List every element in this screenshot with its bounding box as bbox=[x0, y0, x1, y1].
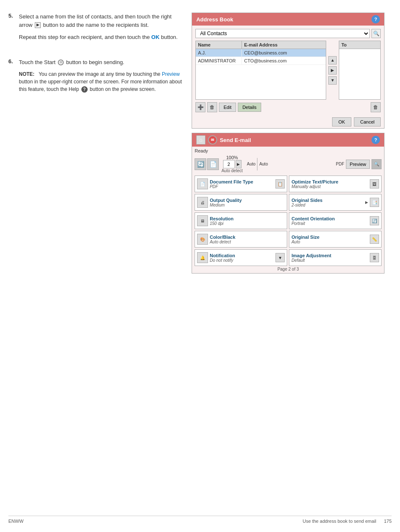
original-size-value: Auto bbox=[291, 240, 368, 244]
add-right-icon: ▶ bbox=[331, 68, 334, 72]
col-email-header: E-mail Address bbox=[242, 41, 326, 49]
image-adjustment-side-icon[interactable]: 🎛 bbox=[370, 253, 379, 262]
contact-row-aj[interactable]: A.J. CEO@business.com bbox=[196, 49, 326, 57]
setting-original-sides-text: Original Sides 2-sided bbox=[291, 198, 364, 207]
setting-output-quality[interactable]: 🖨 Output Quality Medium bbox=[195, 194, 287, 211]
setting-image-adjustment[interactable]: Image Adjustment Default 🎛 bbox=[289, 249, 382, 266]
setting-resolution[interactable]: 🖥 Resolution 150 dpi bbox=[195, 212, 287, 229]
send-email-title: Send E-mail bbox=[220, 137, 251, 143]
image-adjustment-label: Image Adjustment bbox=[291, 253, 368, 258]
step-6-text: Touch the Start ⊙ button to begin sendin… bbox=[19, 58, 183, 67]
resolution-icon: 🖥 bbox=[197, 215, 208, 226]
step-6-number: 6. bbox=[8, 58, 19, 98]
scroll-down-button[interactable]: ▼ bbox=[328, 76, 337, 85]
trash-icon: 🗑 bbox=[373, 104, 378, 110]
cancel-button[interactable]: Cancel bbox=[354, 117, 381, 127]
document-icon[interactable]: 📄 bbox=[207, 158, 219, 170]
step-5: 5. Select a name from the list of contac… bbox=[8, 13, 183, 46]
optimize-side-icon[interactable]: 🖼 bbox=[370, 179, 379, 189]
setting-original-sides[interactable]: Original Sides 2-sided ▶ 📑 bbox=[289, 194, 382, 211]
ready-text: Ready bbox=[195, 148, 382, 153]
scan-button[interactable]: 🔄 bbox=[195, 158, 206, 170]
preview-button[interactable]: Preview bbox=[346, 160, 370, 169]
copies-input[interactable] bbox=[223, 160, 235, 168]
send-email-titlebar: ⌂ ✉ Send E-mail ? bbox=[192, 133, 384, 147]
add-contact-icon: ➕ bbox=[197, 104, 204, 110]
address-book-help-button[interactable]: ? bbox=[371, 15, 380, 23]
setting-resolution-text: Resolution 150 dpi bbox=[210, 216, 285, 226]
contact-name-admin: ADMINISTRATOR bbox=[196, 57, 242, 65]
footer-left: ENWW bbox=[8, 519, 23, 524]
to-body bbox=[339, 49, 380, 99]
dialog-bottom-toolbar: ➕ 🗑 Edit Details 🗑 bbox=[195, 102, 381, 112]
delete-contact-button[interactable]: 🗑 bbox=[207, 102, 217, 112]
page-indicator: Page 2 of 3 bbox=[195, 267, 382, 271]
scan-icon-symbol: 🔄 bbox=[197, 161, 204, 168]
resolution-row: 🖥 Resolution 150 dpi bbox=[195, 212, 287, 229]
contacts-empty-area bbox=[196, 65, 326, 98]
setting-doc-file-type[interactable]: 📄 Document File Type PDF 📋 bbox=[195, 176, 287, 192]
preview-thumbnail[interactable]: 🔍 bbox=[371, 159, 382, 169]
home-button[interactable]: ⌂ bbox=[196, 135, 205, 145]
doc-file-type-icon: 📄 bbox=[197, 178, 208, 189]
contacts-table-header: Name E-mail Address bbox=[196, 41, 326, 49]
step-5-text: Select a name from the list of contacts,… bbox=[19, 13, 183, 29]
vertical-divider bbox=[257, 158, 257, 170]
step-6: 6. Touch the Start ⊙ button to begin sen… bbox=[8, 58, 183, 98]
contact-row-admin[interactable]: ADMINISTRATOR CTO@business.com bbox=[196, 57, 326, 65]
setting-notification[interactable]: 🔔 Notification Do not notify ▼ bbox=[195, 249, 287, 266]
resolution-label: Resolution bbox=[210, 216, 285, 221]
ok-button[interactable]: OK bbox=[332, 117, 351, 127]
doc-file-type-side-icon[interactable]: 📋 bbox=[275, 179, 285, 189]
doc-file-type-value: PDF bbox=[210, 184, 274, 189]
send-email-title-left: ⌂ ✉ Send E-mail bbox=[196, 135, 251, 145]
copies-pct: 100% bbox=[226, 155, 238, 160]
auto-detect-label: Auto detect bbox=[221, 168, 243, 173]
setting-output-quality-text: Output Quality Medium bbox=[210, 198, 285, 207]
edit-button[interactable]: Edit bbox=[219, 103, 236, 112]
setting-content-orientation[interactable]: Content Orientation Portrait 🔄 bbox=[289, 212, 382, 229]
content-orientation-side-icon[interactable]: 🔄 bbox=[370, 216, 379, 225]
original-sides-side-icon[interactable]: 📑 bbox=[370, 198, 379, 207]
setting-optimize-text: Optimize Text/Picture Manually adjust bbox=[291, 179, 368, 189]
color-black-value: Auto detect bbox=[210, 240, 285, 244]
step-6-content: Touch the Start ⊙ button to begin sendin… bbox=[19, 58, 183, 98]
add-contact-button[interactable]: ➕ bbox=[195, 102, 205, 112]
contact-name-aj: A.J. bbox=[196, 49, 242, 57]
add-to-right-button[interactable]: ▶ bbox=[328, 66, 337, 75]
trash-button[interactable]: 🗑 bbox=[371, 102, 381, 112]
auto-label: Auto bbox=[247, 162, 256, 166]
original-size-side-icon[interactable]: 📏 bbox=[370, 235, 379, 244]
step-5-content: Select a name from the list of contacts,… bbox=[19, 13, 183, 46]
content-orientation-label: Content Orientation bbox=[291, 216, 368, 221]
setting-doc-file-type-text: Document File Type PDF bbox=[210, 179, 274, 189]
send-email-help-button[interactable]: ? bbox=[371, 136, 380, 144]
scroll-up-button[interactable]: ▲ bbox=[328, 56, 337, 65]
copies-arrow-button[interactable]: ▶ bbox=[236, 160, 242, 168]
contacts-search-button[interactable]: 🔍 bbox=[371, 29, 381, 38]
setting-color-black[interactable]: 🎨 Color/Black Auto detect bbox=[195, 231, 287, 248]
original-size-label: Original Size bbox=[291, 235, 368, 240]
search-icon: 🔍 bbox=[373, 31, 379, 36]
setting-original-size[interactable]: Original Size Auto 📏 bbox=[289, 231, 382, 248]
scan-icon-group: 🔄 📄 bbox=[195, 158, 219, 170]
setting-image-adjustment-text: Image Adjustment Default bbox=[291, 253, 368, 263]
address-book-dialog: Address Book ? All Contacts 🔍 bbox=[192, 13, 384, 129]
pdf-label-text: PDF bbox=[336, 162, 344, 166]
original-sides-label: Original Sides bbox=[291, 198, 364, 203]
details-button[interactable]: Details bbox=[238, 103, 261, 112]
doc-icon-symbol: 📄 bbox=[210, 161, 217, 168]
color-black-label: Color/Black bbox=[210, 235, 285, 240]
original-sides-arrow: ▶ bbox=[365, 200, 368, 204]
setting-notification-text: Notification Do not notify bbox=[210, 253, 274, 263]
contacts-dropdown[interactable]: All Contacts bbox=[195, 29, 370, 38]
notification-value: Do not notify bbox=[210, 258, 274, 263]
start-icon: ⊙ bbox=[58, 59, 64, 65]
send-email-screen: ⌂ ✉ Send E-mail ? Ready 🔄 bbox=[192, 133, 384, 274]
scroll-down-settings[interactable]: ▼ bbox=[275, 253, 285, 262]
optimize-label: Optimize Text/Picture bbox=[291, 179, 368, 184]
output-quality-value: Medium bbox=[210, 203, 285, 207]
setting-optimize[interactable]: Optimize Text/Picture Manually adjust 🖼 bbox=[289, 176, 382, 192]
output-quality-icon: 🖨 bbox=[197, 197, 208, 208]
col-name-header: Name bbox=[196, 41, 242, 49]
